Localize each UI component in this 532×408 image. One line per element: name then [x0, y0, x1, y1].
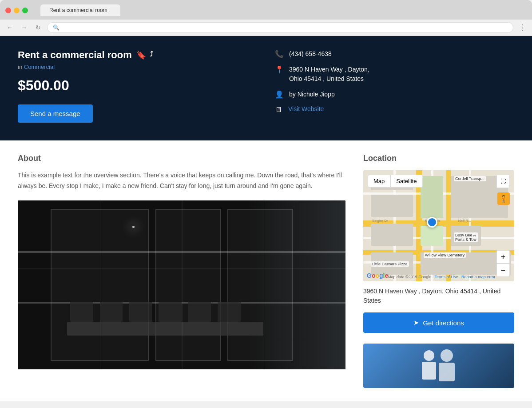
profile-image	[363, 344, 514, 388]
tab-title: Rent a commercial room	[49, 7, 107, 13]
person-icon: 👤	[275, 90, 284, 99]
share-icon[interactable]: ⤴	[150, 50, 153, 60]
listing-price: $500.00	[18, 77, 257, 94]
page-content: Rent a commercial room 🔖 ⤴ in Commercial…	[0, 36, 532, 401]
get-directions-label: Get directions	[423, 319, 464, 327]
svg-point-2	[441, 349, 453, 362]
address-text: 3960 N Haven Way , Dayton, Ohio 45414 , …	[289, 65, 369, 84]
hero-section: Rent a commercial room 🔖 ⤴ in Commercial…	[0, 36, 532, 140]
address-info: 📍 3960 N Haven Way , Dayton, Ohio 45414 …	[275, 65, 514, 84]
refresh-button[interactable]: ↻	[33, 22, 44, 33]
directions-icon: ➤	[413, 319, 419, 327]
terms-link[interactable]: Terms of Use	[435, 275, 458, 279]
search-icon: 🔍	[53, 24, 60, 31]
forward-button[interactable]: →	[19, 22, 29, 33]
hero-right: 📞 (434) 658-4638 📍 3960 N Haven Way , Da…	[257, 49, 514, 120]
zoom-out-button[interactable]: −	[496, 264, 510, 277]
category-breadcrumb: in Commercial	[18, 64, 257, 70]
pin-circle	[427, 217, 437, 228]
listing-image	[18, 200, 345, 369]
map-pin	[427, 217, 437, 228]
close-button[interactable]	[5, 8, 11, 13]
svg-rect-1	[422, 362, 436, 380]
browser-toolbar: ← → ↻ 🔍 ⋮	[0, 20, 532, 36]
send-message-button[interactable]: Send a message	[18, 104, 93, 123]
address-bar[interactable]: 🔍	[47, 22, 513, 33]
traffic-lights	[5, 8, 28, 13]
browser-window: Rent a commercial room ← → ↻ 🔍 ⋮ Rent a …	[0, 0, 532, 401]
sidebar: Location	[363, 154, 514, 388]
hero-left: Rent a commercial room 🔖 ⤴ in Commercial…	[18, 49, 257, 123]
google-logo: Google	[367, 272, 388, 279]
listing-title-text: Rent a commercial room	[18, 49, 132, 61]
monitor-icon: 🖥	[275, 106, 283, 114]
svg-point-0	[424, 350, 434, 361]
author-name: by Nichole Jiopp	[289, 90, 335, 99]
map-attribution: Map data ©2019 Google · Terms of Use · R…	[388, 275, 495, 279]
fullscreen-button[interactable]: ⛶	[496, 175, 510, 188]
author-info: 👤 by Nichole Jiopp	[275, 90, 514, 99]
street-view-person[interactable]: 🧍	[497, 192, 510, 205]
report-link[interactable]: Report a map error	[461, 275, 495, 279]
map-container[interactable]: Busy Bee AParts & Tow Willow View Cemete…	[363, 170, 514, 281]
category-link[interactable]: Commercial	[24, 64, 55, 70]
about-text: This is example text for the overview se…	[18, 170, 345, 192]
browser-menu-button[interactable]: ⋮	[517, 22, 528, 33]
map-button[interactable]: Map	[368, 175, 390, 188]
profile-svg	[412, 346, 465, 386]
category-prefix: in	[18, 64, 22, 70]
active-tab[interactable]: Rent a commercial room	[40, 4, 120, 16]
location-address: 3960 N Haven Way , Dayton, Ohio 45414 , …	[363, 287, 514, 305]
titlebar: Rent a commercial room	[0, 0, 532, 20]
website-info: 🖥 Visit Website	[275, 105, 514, 114]
maximize-button[interactable]	[22, 8, 28, 13]
tab-area: Rent a commercial room	[32, 4, 527, 16]
content-area: About This is example text for the overv…	[0, 140, 532, 401]
location-icon: 📍	[275, 65, 284, 74]
bookmark-icon[interactable]: 🔖	[136, 50, 146, 60]
phone-info: 📞 (434) 658-4638	[275, 49, 514, 59]
minimize-button[interactable]	[14, 8, 20, 13]
get-directions-button[interactable]: ➤ Get directions	[363, 312, 514, 333]
svg-rect-3	[439, 363, 455, 381]
main-content: About This is example text for the overv…	[18, 154, 345, 388]
satellite-button[interactable]: Satellite	[390, 175, 422, 188]
back-button[interactable]: ←	[4, 22, 15, 33]
about-heading: About	[18, 154, 345, 163]
visit-website-link[interactable]: Visit Website	[288, 105, 324, 112]
phone-number: (434) 658-4638	[289, 49, 332, 59]
zoom-in-button[interactable]: +	[496, 250, 510, 264]
contact-info-list: 📞 (434) 658-4638 📍 3960 N Haven Way , Da…	[275, 49, 514, 114]
phone-icon: 📞	[275, 50, 284, 58]
title-icons: 🔖 ⤴	[136, 50, 153, 60]
listing-title-row: Rent a commercial room 🔖 ⤴	[18, 49, 257, 61]
map-type-controls: Map Satellite	[368, 175, 423, 188]
location-heading: Location	[363, 154, 514, 163]
